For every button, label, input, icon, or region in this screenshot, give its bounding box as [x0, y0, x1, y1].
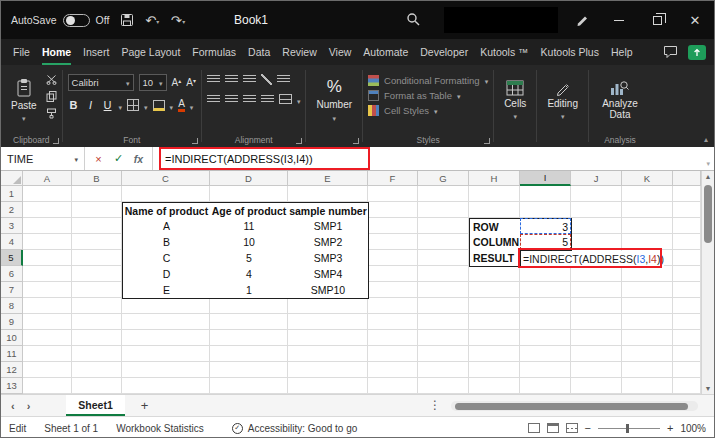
row-header-7[interactable]: 7	[1, 282, 23, 298]
save-icon[interactable]	[120, 13, 134, 27]
cut-icon[interactable]	[46, 74, 57, 85]
column-header-H[interactable]: H	[469, 171, 520, 186]
underline-button[interactable]: U	[102, 99, 114, 111]
column-header-partial[interactable]	[673, 171, 701, 186]
search-icon[interactable]	[406, 12, 421, 27]
merge-center-icon[interactable]	[279, 94, 292, 104]
align-left-icon[interactable]	[207, 95, 220, 104]
tab-scrollbar-splitter[interactable]: ⋮	[429, 398, 441, 412]
cells-button[interactable]: Cells	[499, 70, 531, 130]
sheet-tab-sheet1[interactable]: Sheet1	[66, 395, 124, 416]
tab-kutools-plus[interactable]: Kutools Plus	[535, 39, 605, 65]
row-header-9[interactable]: 9	[1, 314, 23, 330]
undo-icon[interactable]: ↶	[145, 14, 159, 27]
zoom-slider-thumb[interactable]	[626, 424, 629, 433]
column-header-A[interactable]: A	[23, 171, 72, 186]
zoom-level[interactable]: 100%	[680, 423, 706, 434]
column-header-G[interactable]: G	[418, 171, 469, 186]
cancel-icon[interactable]: ×	[90, 153, 107, 165]
paste-button[interactable]: Paste	[6, 70, 42, 130]
copy-icon[interactable]	[46, 91, 57, 102]
cell-C6[interactable]: D	[122, 266, 211, 283]
editing-button[interactable]: Editing	[542, 70, 583, 130]
row-header-10[interactable]: 10	[1, 330, 23, 346]
sheet-nav-right-icon[interactable]: ›	[27, 400, 31, 412]
font-color-icon[interactable]: A	[178, 98, 185, 112]
cell-D6[interactable]: 4	[210, 266, 289, 283]
enter-icon[interactable]: ✓	[110, 152, 127, 165]
row-header-5[interactable]: 5	[1, 250, 23, 266]
cell-D7[interactable]: 1	[210, 282, 289, 299]
minimize-button[interactable]	[600, 1, 638, 39]
vertical-scrollbar[interactable]: ▲ ▼	[701, 171, 714, 394]
fill-color-icon[interactable]	[153, 100, 165, 111]
cell-D2[interactable]: Age of product	[210, 202, 289, 219]
cell-H4[interactable]: COLUMN	[469, 234, 521, 251]
decrease-font-size-icon[interactable]: A▾	[186, 77, 196, 88]
cell-E2[interactable]: sample number	[288, 202, 369, 219]
styles-dialog-launcher-icon[interactable]	[484, 138, 490, 144]
font-name-select[interactable]: Calibri	[68, 74, 134, 91]
column-header-F[interactable]: F	[368, 171, 418, 186]
tab-formulas[interactable]: Formulas	[186, 39, 242, 65]
row-header-6[interactable]: 6	[1, 266, 23, 282]
cell-C5[interactable]: C	[122, 250, 211, 267]
row-header-1[interactable]: 1	[1, 186, 23, 202]
cell-E4[interactable]: SMP2	[288, 234, 369, 251]
zoom-out-button[interactable]: −	[585, 422, 591, 434]
cell-C2[interactable]: Name of product	[122, 202, 211, 219]
add-sheet-button[interactable]: +	[141, 398, 149, 413]
cell-I4[interactable]: 5	[520, 234, 572, 251]
scroll-up-icon[interactable]: ▲	[702, 173, 714, 180]
analyze-data-button[interactable]: Analyze Data	[594, 70, 646, 130]
number-format-button[interactable]: % Number	[311, 70, 357, 130]
cell-E6[interactable]: SMP4	[288, 266, 369, 283]
align-bottom-icon[interactable]	[243, 75, 256, 84]
scroll-down-icon[interactable]: ▼	[702, 385, 714, 392]
borders-icon[interactable]	[127, 99, 139, 111]
format-painter-icon[interactable]	[46, 108, 57, 119]
name-box[interactable]: TIME	[1, 147, 85, 170]
indent-icon[interactable]	[261, 95, 274, 104]
pen-icon[interactable]	[575, 12, 589, 26]
autosave-toggle[interactable]: AutoSave Off	[11, 14, 109, 27]
formula-bar-expand-icon[interactable]	[706, 153, 710, 169]
cell-H5[interactable]: RESULT	[469, 250, 521, 267]
cell-H3[interactable]: ROW	[469, 218, 521, 235]
vertical-scrollbar-thumb[interactable]	[704, 185, 712, 243]
column-header-I[interactable]: I	[520, 171, 571, 186]
column-header-K[interactable]: K	[622, 171, 673, 186]
tab-view[interactable]: View	[323, 39, 358, 65]
tab-file[interactable]: File	[7, 39, 36, 65]
tab-home[interactable]: Home	[36, 39, 77, 65]
tab-help[interactable]: Help	[605, 39, 639, 65]
clipboard-dialog-launcher-icon[interactable]	[53, 138, 59, 144]
sheet-nav-left-icon[interactable]: ‹	[11, 400, 15, 412]
cell-D4[interactable]: 10	[210, 234, 289, 251]
tab-developer[interactable]: Developer	[414, 39, 474, 65]
align-right-icon[interactable]	[243, 95, 256, 104]
zoom-in-button[interactable]: +	[667, 422, 673, 434]
tab-review[interactable]: Review	[276, 39, 322, 65]
horizontal-scrollbar[interactable]	[451, 401, 698, 411]
select-all-corner[interactable]	[1, 171, 23, 186]
collapse-ribbon-icon[interactable]: ▴	[704, 135, 708, 144]
number-dialog-launcher-icon[interactable]	[353, 138, 359, 144]
row-header-8[interactable]: 8	[1, 298, 23, 314]
workbook-statistics-button[interactable]: Workbook Statistics	[116, 423, 204, 434]
accessibility-status[interactable]: ✓ Accessibility: Good to go	[232, 423, 358, 434]
align-top-icon[interactable]	[207, 75, 220, 84]
italic-button[interactable]: I	[85, 99, 97, 111]
tab-page-layout[interactable]: Page Layout	[115, 39, 186, 65]
cell-D5[interactable]: 5	[210, 250, 289, 267]
tab-automate[interactable]: Automate	[357, 39, 414, 65]
font-size-select[interactable]: 10	[139, 74, 167, 91]
normal-view-icon[interactable]	[528, 423, 540, 433]
redo-icon[interactable]: ↷	[171, 14, 185, 27]
cell-E7[interactable]: SMP10	[288, 282, 369, 299]
row-header-3[interactable]: 3	[1, 218, 23, 234]
cell-D3[interactable]: 11	[210, 218, 289, 235]
alignment-dialog-launcher-icon[interactable]	[296, 138, 302, 144]
increase-font-size-icon[interactable]: A▴	[172, 77, 182, 88]
row-header-12[interactable]: 12	[1, 362, 23, 378]
